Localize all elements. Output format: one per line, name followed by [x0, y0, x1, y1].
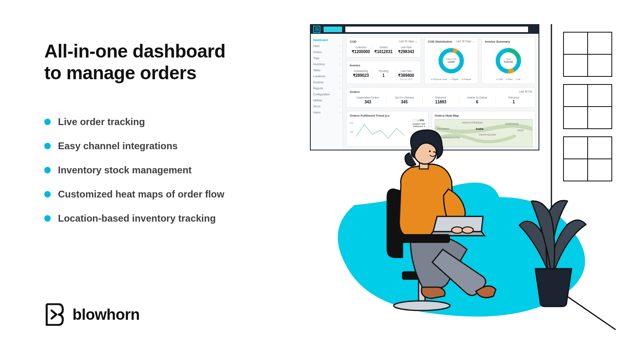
feature-item: Inventory stock management: [44, 165, 270, 176]
bullet-icon: [44, 167, 51, 173]
sidebar-item-orders[interactable]: Orders›: [313, 49, 340, 55]
person-illustration: [362, 129, 499, 322]
bullet-icon: [44, 143, 51, 149]
feature-item: Location-based inventory tracking: [44, 213, 270, 224]
svg-point-23: [452, 227, 463, 233]
cod-filter[interactable]: Last 30 Days ⌄: [399, 40, 417, 43]
feature-item: Live order tracking: [44, 116, 270, 128]
sidebar-item-utilities[interactable]: Utilities›: [313, 97, 340, 103]
sidebar-item-dashboard[interactable]: Dashboard: [313, 37, 340, 43]
bullet-icon: [44, 119, 51, 125]
donut-chart-icon: Total COD 110055: [437, 47, 465, 75]
bullet-icon: [44, 215, 51, 222]
page-headline: All-in-one dashboard to manage orders: [44, 40, 270, 84]
donut-chart-icon: Total ₹129736: [494, 47, 522, 75]
feature-item: Customized heat maps of order flow: [44, 189, 270, 200]
svg-text:₹129736: ₹129736: [504, 61, 513, 63]
dash-topbar: [311, 25, 539, 34]
trend-title: Orders Fulfilment Trend (Lo: [350, 114, 425, 117]
feature-item: Easy channel integrations: [44, 140, 270, 152]
invoice-title: Invoice: [350, 64, 417, 67]
dash-sidebar: Dashboard Fleet› Orders› Trips› Inventor…: [311, 34, 343, 150]
sidebar-item-users[interactable]: Users›: [313, 109, 340, 115]
cod-dist-filter[interactable]: Last 30 Days ⌄: [456, 40, 475, 43]
svg-text:Total COD: Total COD: [446, 58, 456, 60]
svg-text:Total: Total: [506, 58, 511, 60]
sidebar-item-invoices[interactable]: Invoices›: [313, 79, 340, 85]
sidebar-item-skus[interactable]: SKUs›: [313, 103, 340, 109]
brand: blowhorn: [44, 303, 140, 326]
cod-distribution-card: COD Distribution Last 30 Days ⌄ Total CO…: [424, 37, 478, 84]
svg-text:110055: 110055: [448, 61, 455, 63]
svg-point-27: [429, 150, 431, 152]
sidebar-item-inventory[interactable]: Inventory›: [313, 61, 340, 67]
plant-illustration: [507, 177, 596, 314]
dash-search-input[interactable]: [345, 27, 528, 32]
invoice-card: Invoice Outstanding₹289023 Pending1 Last…: [346, 61, 421, 84]
svg-rect-28: [398, 234, 450, 243]
sidebar-item-reports[interactable]: Reports›: [313, 85, 340, 91]
dash-logo-icon: [313, 26, 320, 33]
bullet-icon: [44, 191, 51, 197]
brand-name: blowhorn: [72, 306, 140, 323]
cod-card: COD Last 30 Days ⌄ Collected₹1200000 Set…: [346, 37, 421, 58]
sidebar-item-fleet[interactable]: Fleet›: [313, 43, 340, 49]
heatmap-title: Orders Heat Map: [435, 114, 533, 117]
sidebar-item-locations[interactable]: Locations›: [313, 73, 340, 79]
invoice-summary-card: Invoice Summary Total ₹129736: [481, 37, 535, 84]
svg-point-24: [462, 227, 473, 233]
dash-active-tab[interactable]: [324, 27, 342, 32]
orders-filter[interactable]: Last 30 Da: [519, 90, 532, 93]
orders-card: Orders Last 30 Da Unallocated Orders343 …: [346, 87, 535, 108]
inv-sum-title: Invoice Summary: [485, 40, 532, 43]
sidebar-item-tasks[interactable]: Tasks: [313, 67, 340, 73]
brand-logo-icon: [44, 303, 65, 326]
svg-point-21: [394, 301, 450, 311]
sidebar-item-configuration[interactable]: Configuration: [313, 91, 340, 97]
orders-title: Orders: [350, 90, 532, 94]
sidebar-item-trips[interactable]: Trips›: [313, 55, 340, 61]
